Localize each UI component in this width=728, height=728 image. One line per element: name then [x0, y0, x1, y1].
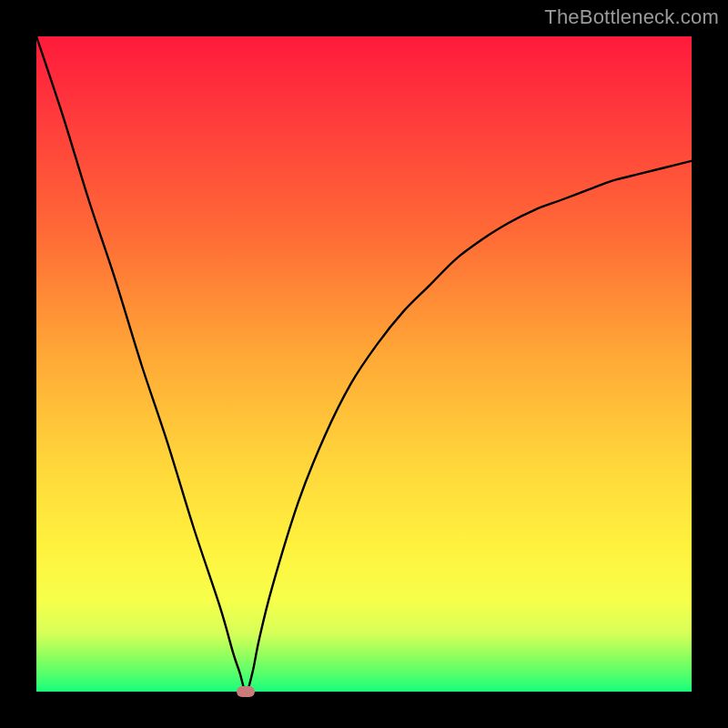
chart-container: TheBottleneck.com	[0, 0, 728, 728]
minimum-marker	[237, 686, 255, 697]
bottleneck-curve	[36, 36, 692, 692]
plot-area	[36, 36, 692, 692]
watermark-text: TheBottleneck.com	[544, 5, 719, 29]
